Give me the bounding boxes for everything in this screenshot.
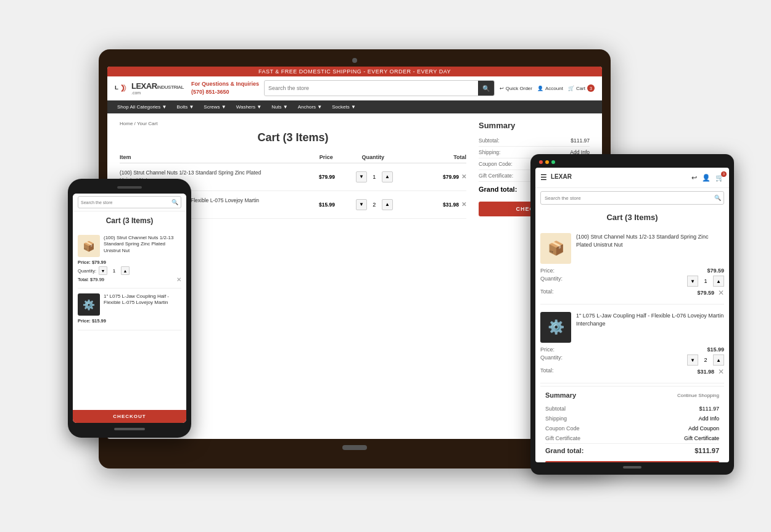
search-button[interactable]: 🔍 <box>478 80 494 96</box>
header-actions: ↩ Quick Order 👤 Account 🛒 Cart 3 <box>500 84 595 92</box>
account-btn[interactable]: 👤 Account <box>537 86 563 91</box>
st-qty-increase-1[interactable]: ▲ <box>713 276 724 287</box>
phone-search: 🔍 <box>78 196 181 208</box>
phone-screen: 🔍 Cart (3 Items) 📦 (100) Strut Channel N… <box>73 194 186 423</box>
nav-item-screws[interactable]: Screws ▼ <box>199 100 231 113</box>
st-qty-controls-2: ▼ 2 ▲ <box>687 354 724 366</box>
st-item-img-2: ⚙️ <box>540 312 571 343</box>
svg-text:LEXAR: LEXAR <box>551 173 572 180</box>
search-input[interactable] <box>265 85 478 91</box>
cart-title: Cart (3 Items) <box>120 131 466 144</box>
st-remove-1[interactable]: ✕ <box>718 289 724 297</box>
nav-item-anchors[interactable]: Anchors ▼ <box>293 100 328 113</box>
phone-remove-1[interactable]: ✕ <box>176 276 181 283</box>
st-summary-gift[interactable]: Gift Certificate Gift Certificate <box>545 433 719 443</box>
qty-value-1: 1 <box>369 174 379 180</box>
qty-value-2: 2 <box>369 202 379 208</box>
st-item-img-1: 📦 <box>540 233 571 264</box>
phone-qty-increase-1[interactable]: ▲ <box>121 266 130 275</box>
dot-minimize[interactable] <box>545 160 549 164</box>
st-header: ☰ LEXAR ↩ 👤 🛒 3 <box>535 168 729 188</box>
nav-item-sockets[interactable]: Sockets ▼ <box>327 100 361 113</box>
st-cart-title: Cart (3 Items) <box>540 213 724 222</box>
st-cart-icon[interactable]: 🛒 3 <box>715 174 724 182</box>
cart-item-total-2: $31.98 <box>443 202 459 208</box>
list-item: ⚙️ 1" L075 L-Jaw Coupling Half - Flexibl… <box>540 307 724 383</box>
logo-com: .com <box>131 91 184 95</box>
st-qty-decrease-1[interactable]: ▼ <box>687 276 698 287</box>
phone-item-name-1: (100) Strut Channel Nuts 1/2-13 Standard… <box>104 235 181 257</box>
summary-title: Summary <box>479 121 590 130</box>
hamburger-icon[interactable]: ☰ <box>540 173 547 182</box>
top-banner: FAST & FREE DOMESTIC SHIPPING - EVERY OR… <box>107 67 602 76</box>
cart-item-price-2: $15.99 <box>282 202 335 208</box>
st-summary-subtotal: Subtotal $111.97 <box>545 404 719 414</box>
cart-btn[interactable]: 🛒 Cart 3 <box>568 84 595 92</box>
qty-increase-2[interactable]: ▲ <box>382 199 393 210</box>
phone-qty-row-1: Quantity: ▼ 1 ▲ <box>78 266 181 275</box>
st-grand-total: Grand total: $111.97 <box>545 443 719 457</box>
nav-item-nuts[interactable]: Nuts ▼ <box>266 100 293 113</box>
phone-home-indicator[interactable] <box>114 428 145 430</box>
st-remove-2[interactable]: ✕ <box>718 367 724 376</box>
nav-item-bolts[interactable]: Bolts ▼ <box>171 100 199 113</box>
qty-decrease-2[interactable]: ▼ <box>356 199 367 210</box>
phone-qty-value-1: 1 <box>110 268 118 274</box>
phone-cart-title: Cart (3 Items) <box>78 216 181 225</box>
st-summary-title: Summary <box>545 391 576 399</box>
cart-item-remove-1[interactable]: ✕ <box>461 173 466 180</box>
phone-item-img-2: ⚙️ <box>78 293 100 316</box>
phone-qty-decrease-1[interactable]: ▼ <box>99 266 107 275</box>
logo-text: LEXARINDUSTRIAL <box>131 81 184 91</box>
quick-order-icon: ↩ <box>500 86 504 91</box>
st-content: Cart (3 Items) 📦 (100) Strut Channel Nut… <box>535 208 729 462</box>
st-qty-increase-2[interactable]: ▲ <box>713 354 724 366</box>
cart-badge: 3 <box>587 84 595 92</box>
st-checkout-button[interactable]: CHECKOUT <box>545 461 719 462</box>
logo: L LEXARINDUSTRIAL .com <box>115 81 184 95</box>
window-controls <box>539 160 555 164</box>
st-header-right: ↩ 👤 🛒 3 <box>691 174 724 182</box>
tablet-home-button[interactable] <box>342 445 367 450</box>
nav-item-washers[interactable]: Washers ▼ <box>231 100 266 113</box>
phone-checkout-button[interactable]: CHECKOUT <box>73 410 186 423</box>
st-continue-shopping[interactable]: Continue Shopping <box>677 393 719 398</box>
phone-device: 🔍 Cart (3 Items) 📦 (100) Strut Channel N… <box>68 179 191 438</box>
st-account-icon[interactable]: 👤 <box>702 174 711 182</box>
nav-item-all-categories[interactable]: Shop All Categories ▼ <box>112 100 171 113</box>
st-search-input[interactable] <box>541 195 712 201</box>
phone-total-row-1: Total: $79.99 ✕ <box>78 276 181 283</box>
header-contact: For Questions & Inquiries (570) 851-3650 <box>191 80 259 96</box>
dot-close[interactable] <box>539 160 543 164</box>
st-summary-coupon[interactable]: Coupon Code Add Coupon <box>545 424 719 433</box>
st-search-button[interactable]: 🔍 <box>712 195 724 201</box>
list-item: 📦 (100) Strut Channel Nuts 1/2-13 Standa… <box>540 228 724 305</box>
st-quick-order-icon[interactable]: ↩ <box>691 174 697 182</box>
phone-search-button[interactable]: 🔍 <box>169 199 181 205</box>
st-qty-value-1: 1 <box>701 278 711 284</box>
cart-item-price-1: $79.99 <box>282 174 335 180</box>
phone-header: 🔍 <box>73 194 186 211</box>
col-header-qty: Quantity <box>333 154 413 160</box>
st-header-left: ☰ LEXAR <box>540 171 575 184</box>
account-icon: 👤 <box>537 86 543 91</box>
qty-decrease-1[interactable]: ▼ <box>356 171 367 182</box>
cart-item-remove-2[interactable]: ✕ <box>461 201 466 208</box>
st-item-name-1: (100) Strut Channel Nuts 1/2-13 Standard… <box>576 233 724 264</box>
tablet-header: L LEXARINDUSTRIAL .com For Questions & I… <box>107 76 602 100</box>
summary-subtotal: Subtotal: $111.97 <box>479 135 590 147</box>
header-search: 🔍 <box>264 80 495 96</box>
st-qty-value-2: 2 <box>701 357 711 363</box>
small-tablet-device: ☰ LEXAR ↩ 👤 🛒 3 🔍 Cart ( <box>530 154 734 475</box>
phone-item-price-1: Price: $79.99 <box>78 260 181 265</box>
dot-maximize[interactable] <box>551 160 555 164</box>
small-tablet-home-button[interactable] <box>623 466 641 469</box>
st-qty-decrease-2[interactable]: ▼ <box>687 354 698 366</box>
st-search: 🔍 <box>540 191 724 205</box>
quick-order-btn[interactable]: ↩ Quick Order <box>500 86 532 91</box>
phone-search-input[interactable] <box>78 200 169 205</box>
st-logo: LEXAR <box>551 171 575 184</box>
st-cart-badge: 3 <box>721 171 727 177</box>
cart-item-total-1: $79.99 <box>443 174 459 180</box>
qty-increase-1[interactable]: ▲ <box>382 171 393 182</box>
